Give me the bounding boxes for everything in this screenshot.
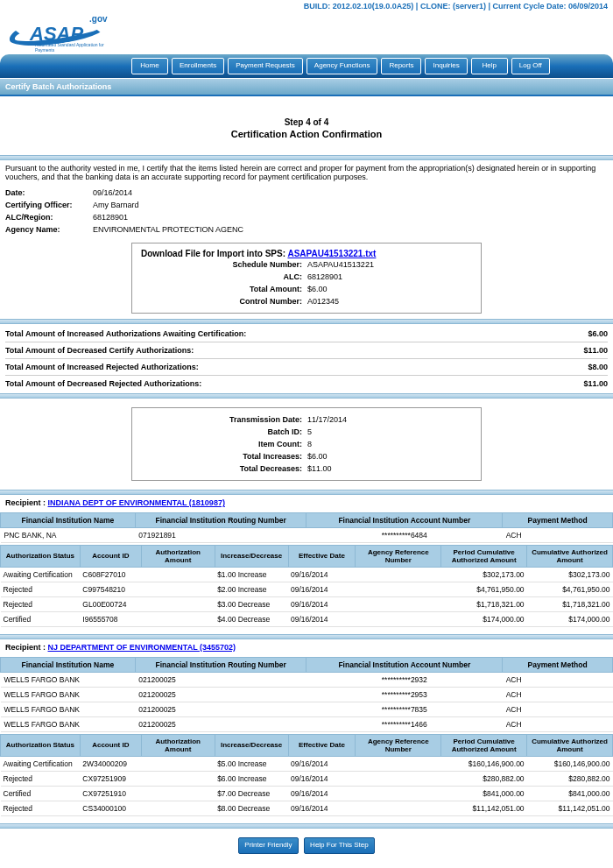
tot-dec-cert-label: Total Amount of Decreased Certify Author… xyxy=(5,346,194,355)
schedule-number-value: ASAPAU41513221 xyxy=(307,260,374,269)
fi-cell: WELLS FARGO BANK xyxy=(1,702,136,716)
auth-cell: $3.00 Decrease xyxy=(215,596,288,611)
batch-id-label: Batch ID: xyxy=(141,427,307,436)
help-step-button[interactable]: Help For This Step xyxy=(304,837,375,854)
date-label: Date: xyxy=(5,188,93,197)
fi-row: PNC BANK, NA071921891**********6484ACH xyxy=(1,527,613,542)
fi-header: Financial Institution Name xyxy=(1,657,136,672)
fi-cell: 071921891 xyxy=(135,527,306,542)
nav-reports[interactable]: Reports xyxy=(381,58,421,74)
nav-enrollments[interactable]: Enrollments xyxy=(172,58,224,74)
nav-bar: Home Enrollments Payment Requests Agency… xyxy=(0,54,613,78)
auth-cell: I96555708 xyxy=(80,611,141,626)
fi-cell: 021200025 xyxy=(135,687,306,702)
totals-section: Total Amount of Increased Authorizations… xyxy=(0,324,613,393)
auth-cell xyxy=(141,801,215,815)
auth-header: Increase/Decrease xyxy=(215,734,288,756)
auth-cell: CS34000100 xyxy=(80,801,141,815)
nav-logoff[interactable]: Log Off xyxy=(511,58,550,74)
auth-cell: 09/16/2014 xyxy=(288,582,356,596)
auth-cell xyxy=(356,611,441,626)
nav-help[interactable]: Help xyxy=(471,58,508,74)
auth-header: Account ID xyxy=(80,545,141,567)
fi-cell: **********1466 xyxy=(306,716,503,731)
trans-date-value: 11/17/2014 xyxy=(307,415,347,424)
printer-friendly-button[interactable]: Printer Friendly xyxy=(238,837,298,854)
fi-cell: ACH xyxy=(503,716,613,731)
auth-cell: $2.00 Increase xyxy=(215,582,288,596)
fi-header: Financial Institution Routing Number xyxy=(135,657,306,672)
fi-cell: ACH xyxy=(503,672,613,687)
auth-header: Cumulative Authorized Amount xyxy=(527,545,613,567)
auth-cell: Certified xyxy=(1,611,81,626)
auth-header: Agency Reference Number xyxy=(356,545,441,567)
fi-cell: ACH xyxy=(503,527,613,542)
auth-row: RejectedC997548210$2.00 Increase09/16/20… xyxy=(1,582,613,596)
nav-agency-functions[interactable]: Agency Functions xyxy=(306,58,378,74)
auth-cell: $8.00 Decrease xyxy=(215,801,288,815)
auth-header: Effective Date xyxy=(288,545,356,567)
nav-inquiries[interactable]: Inquiries xyxy=(425,58,467,74)
transmission-box: Transmission Date:11/17/2014 Batch ID:5 … xyxy=(131,407,482,481)
total-increases-value: $6.00 xyxy=(307,452,328,461)
auth-cell: CX97251909 xyxy=(80,771,141,786)
auth-table: Authorization StatusAccount IDAuthorizat… xyxy=(0,734,613,816)
auth-row: CertifiedCX97251910$7.00 Decrease09/16/2… xyxy=(1,786,613,801)
section-separator xyxy=(0,393,613,399)
fi-cell: PNC BANK, NA xyxy=(1,527,136,542)
build-info: BUILD: 2012.02.10(19.0.0A25) | CLONE: (s… xyxy=(0,0,613,12)
fi-table: Financial Institution NameFinancial Inst… xyxy=(0,657,613,732)
auth-cell: $280,882.00 xyxy=(441,771,527,786)
download-box: Download File for Import into SPS: ASAPA… xyxy=(131,243,482,314)
tot-inc-rej-label: Total Amount of Increased Rejected Autho… xyxy=(5,363,199,371)
fi-cell: WELLS FARGO BANK xyxy=(1,672,136,687)
auth-header: Effective Date xyxy=(288,734,356,756)
auth-cell: $11,142,051.00 xyxy=(441,801,527,815)
auth-cell: 2W34000209 xyxy=(80,756,141,771)
schedule-number-label: Schedule Number: xyxy=(141,260,307,269)
nav-home[interactable]: Home xyxy=(131,58,168,74)
auth-header: Cumulative Authorized Amount xyxy=(527,734,613,756)
auth-cell xyxy=(356,756,441,771)
auth-cell: Rejected xyxy=(1,771,81,786)
title-block: Step 4 of 4 Certification Action Confirm… xyxy=(0,96,613,155)
download-title-prefix: Download File for Import into SPS: xyxy=(141,249,285,258)
alc-value: 68128901 xyxy=(93,213,128,222)
auth-cell xyxy=(141,611,215,626)
agency-value: ENVIRONMENTAL PROTECTION AGENC xyxy=(93,225,243,234)
auth-cell xyxy=(141,596,215,611)
tot-inc-await-value: $6.00 xyxy=(588,329,608,338)
item-count-label: Item Count: xyxy=(141,440,307,448)
auth-cell: $5.00 Increase xyxy=(215,756,288,771)
logo-gov-suffix: .gov xyxy=(89,14,108,24)
agency-label: Agency Name: xyxy=(5,225,93,234)
auth-header: Period Cumulative Authorized Amount xyxy=(441,734,527,756)
certification-statement: Pursuant to the authority vested in me, … xyxy=(0,160,613,185)
fi-cell: 021200025 xyxy=(135,672,306,687)
auth-cell: $302,173.00 xyxy=(441,567,527,582)
total-amount-value: $6.00 xyxy=(307,285,328,293)
auth-row: RejectedCX97251909$6.00 Increase09/16/20… xyxy=(1,771,613,786)
item-count-value: 8 xyxy=(307,440,312,448)
auth-cell: 09/16/2014 xyxy=(288,801,356,815)
auth-cell: C997548210 xyxy=(80,582,141,596)
nav-payment-requests[interactable]: Payment Requests xyxy=(228,58,303,74)
fi-cell: ACH xyxy=(503,702,613,716)
auth-cell: Rejected xyxy=(1,801,81,815)
fi-header: Financial Institution Name xyxy=(1,512,136,527)
fi-header: Payment Method xyxy=(503,512,613,527)
recipient-link[interactable]: INDIANA DEPT OF ENVIRONMENTAL (1810987) xyxy=(48,498,225,507)
auth-header: Agency Reference Number xyxy=(356,734,441,756)
auth-cell: Awaiting Certification xyxy=(1,567,81,582)
auth-header: Authorization Amount xyxy=(141,734,215,756)
auth-header: Authorization Status xyxy=(1,545,81,567)
auth-header: Period Cumulative Authorized Amount xyxy=(441,545,527,567)
recipient-link[interactable]: NJ DEPARTMENT OF ENVIRONMENTAL (3455702) xyxy=(48,643,236,652)
auth-cell: $280,882.00 xyxy=(527,771,613,786)
download-file-link[interactable]: ASAPAU41513221.txt xyxy=(287,249,376,258)
auth-cell: $841,000.00 xyxy=(441,786,527,801)
fi-header: Financial Institution Routing Number xyxy=(135,512,306,527)
auth-cell xyxy=(356,567,441,582)
control-number-value: A012345 xyxy=(307,297,339,306)
fi-row: WELLS FARGO BANK021200025**********7835A… xyxy=(1,702,613,716)
